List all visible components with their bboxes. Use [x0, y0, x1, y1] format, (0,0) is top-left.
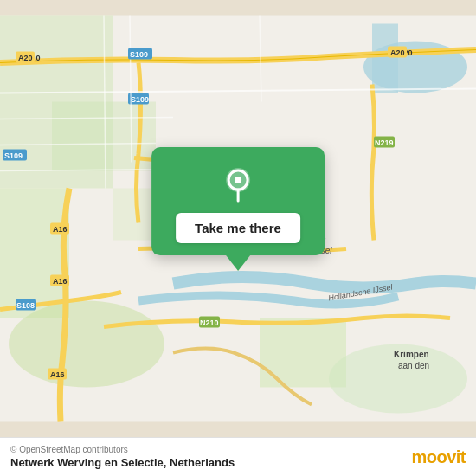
moovit-logo: moovit: [411, 447, 466, 467]
svg-text:N219: N219: [375, 138, 394, 147]
svg-text:S109: S109: [131, 95, 149, 104]
location-pin-icon: [217, 163, 259, 204]
svg-text:aan den: aan den: [398, 361, 429, 370]
svg-text:N210: N210: [200, 318, 219, 327]
svg-text:Krimpen: Krimpen: [394, 350, 429, 359]
app-container: A20 A20 A20 A20 S109 S108 A16 A16 A16: [0, 0, 476, 476]
svg-text:A16: A16: [53, 225, 68, 234]
svg-text:S109: S109: [4, 151, 23, 160]
svg-text:S109: S109: [130, 50, 148, 59]
take-me-there-button[interactable]: Take me there: [176, 213, 300, 243]
location-title: Netwerk Werving en Selectie, Netherlands: [10, 456, 235, 469]
footer-left: © OpenStreetMap contributors Netwerk Wer…: [10, 445, 235, 469]
svg-text:A20: A20: [390, 48, 405, 57]
popup-box: Take me there: [151, 147, 325, 255]
svg-text:S108: S108: [16, 301, 35, 310]
osm-credit: © OpenStreetMap contributors: [10, 445, 235, 454]
footer: © OpenStreetMap contributors Netwerk Wer…: [0, 437, 476, 476]
svg-text:A20: A20: [18, 54, 33, 62]
svg-rect-2: [372, 24, 398, 93]
moovit-logo-area: moovit: [411, 447, 466, 467]
popup-arrow: [226, 255, 250, 271]
svg-text:A16: A16: [50, 370, 65, 379]
svg-text:A16: A16: [53, 277, 68, 286]
map-area[interactable]: A20 A20 A20 A20 S109 S108 A16 A16 A16: [0, 0, 476, 437]
svg-point-5: [9, 301, 164, 388]
popup-overlay: Take me there: [151, 147, 325, 271]
svg-point-52: [235, 177, 241, 183]
svg-rect-4: [0, 189, 69, 318]
